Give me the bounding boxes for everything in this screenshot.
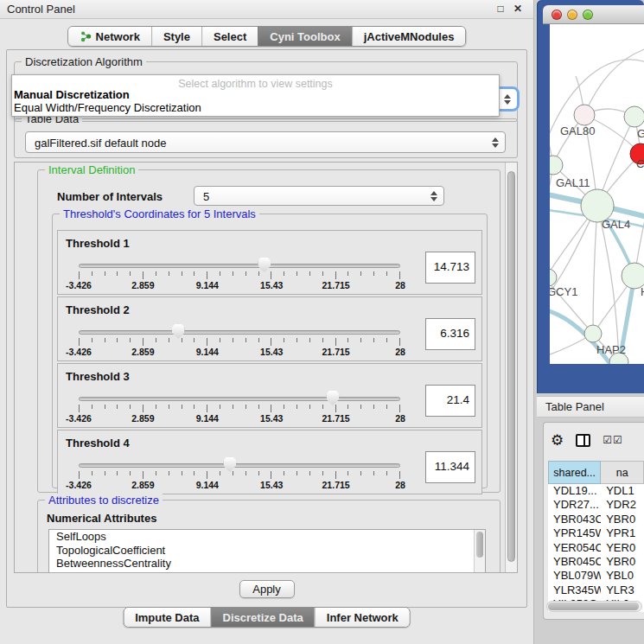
table-data-combobox[interactable]: galFiltered.sif default node xyxy=(25,131,506,153)
thresholds-group-title: Threshold's Coordinates for 5 Intervals xyxy=(60,207,259,220)
threshold-4-panel: Threshold 4 -3.426 2.859 9.144 15.43 21.… xyxy=(57,430,482,494)
tab-style[interactable]: Style xyxy=(151,27,201,46)
select-checkboxes-icon[interactable]: ☑☑ xyxy=(603,434,623,446)
combo-stepper-icon xyxy=(492,137,499,148)
minimize-traffic-light[interactable] xyxy=(567,10,577,20)
numerical-attributes-label: Numerical Attributes xyxy=(47,512,156,525)
table-row[interactable]: YBR043CYBR0 xyxy=(548,513,644,526)
number-of-intervals-combobox[interactable]: 5 xyxy=(194,186,444,206)
svg-text:GAL4: GAL4 xyxy=(602,218,630,231)
threshold-4-value-field[interactable]: 11.344 xyxy=(425,451,475,483)
float-window-icon[interactable]: □ xyxy=(494,2,507,16)
table-panel-title: Table Panel xyxy=(545,400,604,413)
network-window-titlebar[interactable] xyxy=(543,5,644,24)
thresholds-group: Threshold's Coordinates for 5 Intervals … xyxy=(52,214,488,488)
slider-ticks xyxy=(79,338,400,346)
slider-thumb[interactable] xyxy=(258,258,271,272)
table-header-row: shared... na xyxy=(548,461,644,484)
column-header-name[interactable]: na xyxy=(601,461,644,484)
network-node-labels: GAL80 GA C GAL11 GAL4 GCY1 H HAP2 xyxy=(550,124,644,356)
slider-ticks xyxy=(79,471,400,479)
gear-icon[interactable]: ⚙ xyxy=(551,433,564,448)
threshold-4-slider[interactable]: -3.426 2.859 9.144 15.43 21.715 28 xyxy=(79,458,400,493)
slider-tick-labels: -3.426 2.859 9.144 15.43 21.715 28 xyxy=(79,280,400,290)
tab-cyni-toolbox[interactable]: Cyni Toolbox xyxy=(258,27,351,46)
algorithm-dropdown-popup: Select algorithm to view settings Manual… xyxy=(11,74,500,117)
zoom-traffic-light[interactable] xyxy=(583,10,593,20)
attributes-group-title: Attributes to discretize xyxy=(45,494,163,507)
column-header-shared-name[interactable]: shared... xyxy=(548,461,601,484)
threshold-1-value-field[interactable]: 14.713 xyxy=(425,252,475,284)
threshold-2-slider[interactable]: -3.426 2.859 9.144 15.43 21.715 28 xyxy=(79,325,400,360)
attributes-list-scrollbar[interactable] xyxy=(474,530,485,573)
table-row[interactable]: YBR045CYBR0 xyxy=(548,555,644,569)
tab-jactivemnodules[interactable]: jActiveMNodules xyxy=(352,27,466,46)
threshold-1-label: Threshold 1 xyxy=(66,237,130,250)
network-canvas[interactable]: GAL80 GA C GAL11 GAL4 GCY1 H HAP2 xyxy=(550,24,644,364)
popup-option-manual-discretization[interactable]: Manual Discretization xyxy=(12,88,499,101)
bottom-tab-bar: Impute Data Discretize Data Infer Networ… xyxy=(123,607,411,628)
table-horizontal-scrollbar[interactable] xyxy=(546,601,642,612)
close-traffic-light[interactable] xyxy=(552,10,562,20)
threshold-3-slider[interactable]: -3.426 2.859 9.144 15.43 21.715 28 xyxy=(79,392,400,426)
table-data-selected-value: galFiltered.sif default node xyxy=(35,136,166,149)
svg-text:C: C xyxy=(636,157,644,170)
tab-network[interactable]: Network xyxy=(68,27,151,46)
table-row[interactable]: YPR145WYPR1 xyxy=(548,526,644,540)
table-row[interactable]: YLR345WYLR3 xyxy=(548,583,644,597)
close-window-icon[interactable]: ✕ xyxy=(511,2,525,16)
control-panel-window: Control Panel □ ✕ Network Style Select C… xyxy=(0,0,534,644)
list-item[interactable]: SelfLoops xyxy=(49,530,485,544)
svg-text:H: H xyxy=(641,285,644,298)
svg-text:HAP2: HAP2 xyxy=(596,343,626,356)
svg-text:GAL11: GAL11 xyxy=(556,176,590,189)
tab-discretize-data[interactable]: Discretize Data xyxy=(211,608,315,627)
settings-scroll-area: Interval Definition Number of Intervals … xyxy=(14,162,518,573)
apply-button[interactable]: Apply xyxy=(239,580,295,598)
threshold-1-panel: Threshold 1 -3.426 2.859 9.144 15.43 21.… xyxy=(57,230,482,295)
numerical-attributes-list[interactable]: SelfLoops TopologicalCoefficient Between… xyxy=(48,529,486,573)
threshold-3-label: Threshold 3 xyxy=(66,370,130,383)
columns-icon[interactable] xyxy=(576,434,590,447)
slider-thumb[interactable] xyxy=(326,391,339,405)
svg-text:GA: GA xyxy=(637,127,644,140)
node-gal80 xyxy=(574,105,595,125)
table-row[interactable]: YBL079WYBL0 xyxy=(548,569,644,583)
table-panel-titlebar: Table Panel xyxy=(537,396,644,418)
node-hap2 xyxy=(584,325,602,342)
tab-select[interactable]: Select xyxy=(201,27,258,46)
slider-track xyxy=(79,330,400,335)
threshold-2-value-field[interactable]: 6.316 xyxy=(425,318,475,350)
combo-stepper-icon xyxy=(504,94,511,105)
slider-tick-labels: -3.426 2.859 9.144 15.43 21.715 28 xyxy=(79,480,400,490)
number-of-intervals-label: Number of Intervals xyxy=(57,190,163,203)
slider-thumb[interactable] xyxy=(223,457,236,472)
threshold-1-slider[interactable]: -3.426 2.859 9.144 15.43 21.715 28 xyxy=(79,258,400,293)
number-of-intervals-value: 5 xyxy=(203,189,209,202)
combo-stepper-icon xyxy=(430,191,437,201)
popup-placeholder-item[interactable]: Select algorithm to view settings xyxy=(12,75,499,88)
threshold-3-value-field[interactable]: 21.4 xyxy=(425,385,475,417)
network-icon xyxy=(80,30,92,42)
list-item[interactable]: TopologicalCoefficient xyxy=(49,544,485,558)
interval-definition-group-title: Interval Definition xyxy=(45,163,138,176)
node-attribute-table: shared... na YDL19...YDL1 YDR27...YDR2 Y… xyxy=(548,461,644,612)
tab-infer-network[interactable]: Infer Network xyxy=(315,608,410,627)
tab-impute-data[interactable]: Impute Data xyxy=(124,608,210,627)
table-row[interactable]: YER054CYER0 xyxy=(548,541,644,555)
settings-scrollbar[interactable] xyxy=(505,163,517,572)
slider-tick-labels: -3.426 2.859 9.144 15.43 21.715 28 xyxy=(79,413,400,424)
slider-track xyxy=(79,397,400,401)
table-row[interactable]: YDR27...YDR2 xyxy=(548,498,644,512)
table-row[interactable]: YDL19...YDL1 xyxy=(548,484,644,498)
threshold-3-panel: Threshold 3 -3.426 2.859 9.144 15.43 21.… xyxy=(57,363,482,428)
control-panel-title: Control Panel xyxy=(7,3,75,16)
slider-thumb[interactable] xyxy=(172,324,185,339)
list-item[interactable]: BetweennessCentrality xyxy=(49,557,485,571)
svg-text:GAL80: GAL80 xyxy=(560,124,595,137)
table-panel: ⚙ ☑☑ shared... na YDL19...YDL1 YDR27...Y… xyxy=(543,422,644,620)
table-data-group: Table Data galFiltered.sif default node xyxy=(14,118,518,158)
slider-tick-labels: -3.426 2.859 9.144 15.43 21.715 28 xyxy=(79,347,400,357)
table-panel-toolbar: ⚙ ☑☑ xyxy=(547,426,644,454)
popup-option-equal-width-frequency[interactable]: Equal Width/Frequency Discretization xyxy=(12,101,499,114)
